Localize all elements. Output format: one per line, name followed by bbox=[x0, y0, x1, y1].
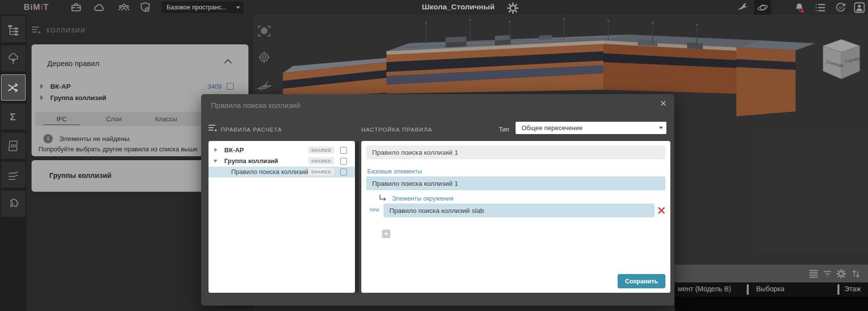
elements-bottom-panel: мент (Модель B) Выборка Этаж bbox=[675, 265, 868, 311]
add-element-button[interactable]: + bbox=[382, 230, 390, 238]
team-icon[interactable] bbox=[118, 2, 130, 13]
new-badge: new bbox=[370, 207, 379, 212]
close-icon[interactable]: × bbox=[660, 98, 666, 109]
rule-row-vk-ar[interactable]: ВК-АР SHARED bbox=[208, 145, 355, 156]
collision-groups-title: Группы коллизий bbox=[49, 172, 111, 179]
collisions-tool[interactable] bbox=[1, 74, 26, 101]
project-title: Школа_Столичный bbox=[422, 2, 494, 11]
sort-icon[interactable] bbox=[851, 269, 861, 278]
plugins-tool[interactable] bbox=[1, 191, 26, 217]
rule-checkbox[interactable] bbox=[340, 147, 347, 154]
expand-arrow-icon[interactable] bbox=[214, 148, 217, 152]
workspace-selector[interactable]: Базовое пространс... bbox=[162, 1, 243, 13]
modal-title: Правила поиска коллизий bbox=[211, 101, 300, 109]
bottom-panel-tabs: мент (Модель B) Выборка Этаж bbox=[675, 282, 868, 297]
collapse-arrow-icon[interactable] bbox=[213, 160, 217, 163]
base-elements-input[interactable] bbox=[366, 176, 665, 190]
shared-badge: SHARED bbox=[308, 157, 334, 165]
panel-divider bbox=[355, 141, 359, 293]
bell-icon[interactable] bbox=[794, 2, 805, 13]
environment-elements-label: Элементы окружения bbox=[392, 195, 453, 202]
rules-list: ВК-АР SHARED Группа коллизий SHARED Прав… bbox=[208, 141, 355, 293]
settings-section-header: НАСТРОЙКА ПРАВИЛА bbox=[361, 127, 432, 133]
rules-tree-title: Дерево правил bbox=[47, 59, 99, 68]
2d-view-tool[interactable]: 2D bbox=[1, 133, 26, 159]
expand-arrow-icon[interactable] bbox=[40, 84, 43, 89]
rule-checkbox[interactable] bbox=[340, 158, 347, 165]
top-bar: BiMiT Базовое пространс... Школа_Столичн… bbox=[0, 0, 868, 15]
app-logo: BiMiT bbox=[24, 2, 49, 12]
nature-tree-tool[interactable] bbox=[1, 45, 26, 71]
chevron-down-icon bbox=[236, 6, 240, 9]
svg-text:10: 10 bbox=[838, 5, 842, 10]
expand-arrow-icon[interactable] bbox=[40, 95, 43, 100]
tree-row-vk-ar[interactable]: ВК-АР 3409 bbox=[40, 81, 240, 92]
briefcase-icon[interactable] bbox=[70, 2, 82, 13]
empty-hint: Попробуйте выбрать другие правила из спи… bbox=[38, 145, 198, 153]
charts-tool[interactable] bbox=[1, 162, 26, 188]
orbit-icon[interactable] bbox=[757, 2, 768, 13]
info-icon: i bbox=[43, 134, 53, 143]
list-icon[interactable] bbox=[809, 269, 818, 278]
rule-name-input[interactable] bbox=[366, 145, 665, 159]
bottom-panel-body bbox=[675, 297, 868, 311]
tab-ifc[interactable]: IFC bbox=[35, 112, 88, 126]
tab-floor[interactable]: Этаж bbox=[844, 285, 861, 293]
cloud-icon[interactable] bbox=[94, 2, 105, 13]
user-icon[interactable] bbox=[854, 2, 865, 13]
tab-element-model-b[interactable]: мент (Модель B) bbox=[678, 285, 731, 293]
collision-rules-modal: Правила поиска коллизий × ПРАВИЛА РАСЧЕТ… bbox=[201, 94, 674, 306]
notification-dot bbox=[800, 9, 804, 13]
panel-title: КОЛЛИЗИИ bbox=[46, 27, 86, 34]
tab-selection[interactable]: Выборка bbox=[756, 285, 784, 293]
rule-settings-form: Базовые элементы Элементы окружения new … bbox=[361, 141, 670, 293]
filter-icon[interactable] bbox=[823, 269, 832, 278]
history-icon[interactable]: 10 bbox=[835, 2, 846, 13]
tool-rail: Σ 2D bbox=[0, 15, 27, 311]
environment-elements-input[interactable] bbox=[383, 204, 655, 217]
type-label: Тип bbox=[499, 126, 509, 133]
collapse-chevron-icon[interactable] bbox=[224, 59, 232, 67]
view-cube[interactable]: Спереди Справа bbox=[820, 37, 863, 83]
section-plane-icon[interactable] bbox=[256, 78, 272, 94]
focus-selection-icon[interactable] bbox=[256, 23, 272, 39]
target-locate-icon[interactable] bbox=[256, 49, 272, 65]
row-checkbox[interactable] bbox=[227, 83, 234, 90]
rule-row-group[interactable]: Группа коллизий SHARED bbox=[208, 156, 355, 167]
shared-badge: SHARED bbox=[308, 146, 334, 154]
bottom-panel-toolbar bbox=[675, 265, 868, 282]
tab-separator bbox=[837, 284, 839, 295]
model-tree-tool[interactable] bbox=[1, 16, 26, 42]
rule-checkbox[interactable] bbox=[340, 169, 347, 175]
gear-icon[interactable] bbox=[836, 269, 846, 278]
save-button[interactable]: Сохранить bbox=[618, 274, 665, 288]
delete-icon[interactable] bbox=[657, 206, 666, 215]
rules-section-header: ПРАВИЛА РАСЧЕТА bbox=[221, 127, 282, 133]
tab-separator bbox=[747, 284, 749, 295]
empty-message: Элементы не найдены. bbox=[59, 135, 131, 142]
shield-icon[interactable] bbox=[139, 2, 151, 13]
tab-layers[interactable]: Слои bbox=[88, 112, 140, 126]
list-menu-icon[interactable] bbox=[815, 2, 826, 13]
collision-type-select[interactable]: Общее пересечение bbox=[516, 122, 666, 134]
svg-text:2D: 2D bbox=[10, 143, 16, 148]
base-elements-label: Базовые элементы bbox=[367, 168, 422, 175]
tree-options-icon[interactable] bbox=[32, 26, 41, 35]
totals-sigma-tool[interactable]: Σ bbox=[1, 104, 26, 130]
rule-row-selected[interactable]: Правило поиска коллизий 1 SHARED bbox=[208, 167, 355, 177]
shared-badge: SHARED bbox=[308, 168, 334, 175]
tree-options-icon[interactable] bbox=[208, 124, 218, 133]
bird-icon[interactable] bbox=[736, 2, 748, 13]
tab-classes[interactable]: Классы bbox=[140, 112, 192, 126]
elbow-arrow-icon bbox=[379, 194, 387, 201]
chevron-down-icon bbox=[659, 127, 663, 129]
collision-count-link[interactable]: 3409 bbox=[208, 83, 222, 90]
project-settings-gear-icon[interactable] bbox=[507, 2, 519, 14]
svg-text:Σ: Σ bbox=[10, 111, 16, 122]
